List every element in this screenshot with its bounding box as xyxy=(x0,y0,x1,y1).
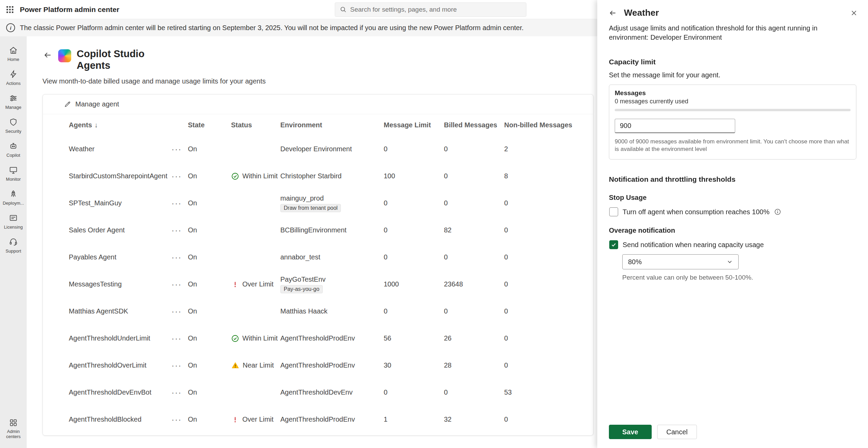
table-row[interactable]: StarbirdCustomSharepointAgent···OnWithin… xyxy=(43,163,593,190)
message-limit-value: 100 xyxy=(384,172,444,180)
column-header-environment[interactable]: Environment xyxy=(280,121,384,129)
banner-text: The classic Power Platform admin center … xyxy=(20,24,524,32)
agent-name[interactable]: AgentThresholdBlocked xyxy=(69,415,171,423)
app-title: Power Platform admin center xyxy=(20,5,119,14)
support-icon xyxy=(9,237,18,247)
agent-name[interactable]: AgentThresholdOverLimit xyxy=(69,361,171,369)
table-row[interactable]: Matthias AgentSDK···OnMatthias Haack000 xyxy=(43,298,593,325)
agent-name[interactable]: AgentThresholdDevEnvBot xyxy=(69,388,171,396)
monitor-icon xyxy=(9,165,18,175)
search-input[interactable] xyxy=(350,6,521,13)
sidebar-item-label: Manage xyxy=(5,105,22,110)
row-more-button[interactable]: ··· xyxy=(171,148,188,151)
table-row[interactable]: AgentThresholdOverLimit···OnNear LimitAg… xyxy=(43,352,593,379)
messages-label: Messages xyxy=(615,89,851,97)
table-row[interactable]: AgentThresholdUnderLimit···OnWithin Limi… xyxy=(43,325,593,352)
sidebar-item-home[interactable]: Home xyxy=(2,42,25,66)
message-limit-value: 1000 xyxy=(384,280,444,288)
sidebar-item-monitor[interactable]: Monitor xyxy=(2,162,25,185)
row-more-button[interactable]: ··· xyxy=(171,337,188,340)
row-more-button[interactable]: ··· xyxy=(171,256,188,259)
message-limit-input[interactable] xyxy=(615,119,735,133)
save-button[interactable]: Save xyxy=(609,425,652,439)
sidebar-item-security[interactable]: Security xyxy=(2,114,25,138)
info-icon[interactable] xyxy=(774,208,781,216)
stop-usage-checkbox[interactable] xyxy=(609,207,618,216)
panel-back-button[interactable] xyxy=(608,8,618,18)
overage-notification-heading: Overage notification xyxy=(609,227,856,234)
sort-descending-icon: ↓ xyxy=(94,121,98,129)
agent-state: On xyxy=(188,388,231,396)
page-back-button[interactable] xyxy=(42,50,53,60)
sidebar-item-actions[interactable]: Actions xyxy=(2,66,25,90)
agent-name[interactable]: StarbirdCustomSharepointAgent xyxy=(69,172,171,180)
column-header-status[interactable]: Status xyxy=(231,121,280,129)
row-more-button[interactable]: ··· xyxy=(171,283,188,286)
manage-agent-button[interactable]: Manage agent xyxy=(43,94,593,114)
message-limit-value: 0 xyxy=(384,253,444,261)
row-more-button[interactable]: ··· xyxy=(171,229,188,232)
cancel-button[interactable]: Cancel xyxy=(657,425,697,439)
column-header-message-limit[interactable]: Message Limit xyxy=(384,121,444,129)
agent-name[interactable]: Matthias AgentSDK xyxy=(69,307,171,315)
column-header-state[interactable]: State xyxy=(188,121,231,129)
environment-tag: Pay-as-you-go xyxy=(280,285,323,293)
agent-status: Over Limit xyxy=(231,280,280,289)
agent-environment: AgentThresholdProdEnv xyxy=(280,415,384,423)
table-row[interactable]: Weather···OnDeveloper Environment002 xyxy=(43,136,593,163)
agent-environment: Matthias Haack xyxy=(280,307,384,315)
agent-name[interactable]: Weather xyxy=(69,145,171,153)
global-search[interactable] xyxy=(335,2,526,17)
row-more-button[interactable]: ··· xyxy=(171,418,188,421)
sidebar-item-support[interactable]: Support xyxy=(2,233,25,257)
sidebar-item-admin-centers[interactable]: Admin centers xyxy=(0,414,27,443)
table-row[interactable]: AgentThresholdBlocked···OnOver LimitAgen… xyxy=(43,406,593,433)
over-limit-icon xyxy=(231,280,239,289)
admin-centers-icon xyxy=(9,418,18,427)
non-billed-messages-value: 53 xyxy=(504,388,586,396)
table-row[interactable]: MessagesTesting···OnOver LimitPayGoTestE… xyxy=(43,271,593,298)
agent-environment: mainguy_prodDraw from tenant pool xyxy=(280,194,384,212)
agent-environment: PayGoTestEnvPay-as-you-go xyxy=(280,276,384,293)
column-header-agents[interactable]: Agents ↓ xyxy=(69,121,188,129)
agent-name[interactable]: AgentThresholdUnderLimit xyxy=(69,334,171,342)
sidebar-item-licensing[interactable]: Licensing xyxy=(2,209,25,233)
non-billed-messages-value: 0 xyxy=(504,307,586,315)
app-launcher-waffle-icon[interactable] xyxy=(0,0,20,19)
over-limit-icon xyxy=(231,415,239,424)
billed-messages-value: 26 xyxy=(444,334,504,342)
agent-name[interactable]: Payables Agent xyxy=(69,253,171,261)
messages-limit-box: Messages 0 messages currently used 9000 … xyxy=(609,85,856,159)
agent-name[interactable]: MessagesTesting xyxy=(69,280,171,288)
row-more-button[interactable]: ··· xyxy=(171,391,188,394)
row-more-button[interactable]: ··· xyxy=(171,310,188,313)
agent-status: Within Limit xyxy=(231,172,280,180)
thresholds-heading: Notification and throttling thresholds xyxy=(609,175,856,183)
sidebar-item-label: Security xyxy=(5,129,22,134)
table-row[interactable]: Payables Agent···Onannabor_test000 xyxy=(43,244,593,271)
percent-threshold-dropdown[interactable]: 80% xyxy=(622,254,739,269)
overage-notification-checkbox[interactable] xyxy=(609,240,618,249)
sidebar-item-copilot[interactable]: Copilot xyxy=(2,138,25,162)
close-icon[interactable] xyxy=(849,8,859,18)
column-header-billed-messages[interactable]: Billed Messages xyxy=(444,121,504,129)
messages-usage-text: 0 messages currently used xyxy=(615,98,851,105)
message-limit-value: 30 xyxy=(384,361,444,369)
billed-messages-value: 23648 xyxy=(444,280,504,288)
table-row[interactable]: Sales Order Agent···OnBCBillingEnvironme… xyxy=(43,217,593,244)
row-more-button[interactable]: ··· xyxy=(171,202,188,205)
agent-name[interactable]: Sales Order Agent xyxy=(69,226,171,234)
row-more-button[interactable]: ··· xyxy=(171,364,188,367)
agent-state: On xyxy=(188,253,231,261)
sidebar-item-manage[interactable]: Manage xyxy=(2,90,25,114)
table-row[interactable]: AgentThresholdDevEnvBot···OnAgentThresho… xyxy=(43,379,593,406)
non-billed-messages-value: 0 xyxy=(504,253,586,261)
sidebar-item-deploym[interactable]: Deploym... xyxy=(2,185,25,209)
table-row[interactable]: SPTest_MainGuy···Onmainguy_prodDraw from… xyxy=(43,190,593,217)
row-more-button[interactable]: ··· xyxy=(171,175,188,178)
agent-name[interactable]: SPTest_MainGuy xyxy=(69,199,171,207)
column-header-non-billed-messages[interactable]: Non-billed Messages xyxy=(504,121,586,129)
capacity-limit-heading: Capacity limit xyxy=(609,58,856,66)
within-limit-icon xyxy=(231,172,239,180)
billed-messages-value: 0 xyxy=(444,199,504,207)
